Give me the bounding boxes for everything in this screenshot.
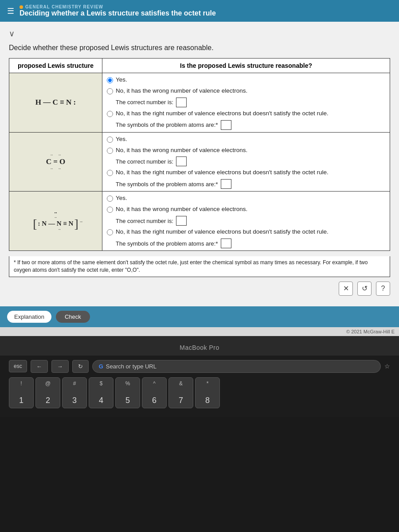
key-8[interactable]: * 8 [195,377,220,408]
clear-button[interactable]: ✕ [339,282,353,296]
n2n-structure-cell: ·· [ ·· : N — N ≡ N ·· ]− [9,192,102,251]
keyboard-area: esc ← → ↻ G Search or type URL ☆ ! 1 @ 2… [0,356,399,417]
hcn-problem-atoms-input[interactable] [221,120,231,130]
esc-key[interactable]: esc [9,360,27,372]
google-icon: G [99,363,103,370]
bottom-bar: Explanation Check [0,306,399,327]
n2n-structure: ·· [ ·· : N — N ≡ N ·· ]− [14,210,98,232]
n2n-option-octet-rule[interactable]: No, it has the right number of valence e… [107,227,385,237]
hcn-correct-number-row: The correct number is: [107,97,385,108]
co-correct-number-row: The correct number is: [107,156,385,167]
n2n-wrong-electrons-label: No, it has the wrong number of valence e… [116,205,247,214]
menu-icon[interactable]: ☰ [7,6,14,16]
hcn-correct-number-label: The correct number is: [116,99,173,106]
undo-button[interactable]: ↺ [357,282,372,296]
n2n-bracket-left: [ [33,217,37,231]
hcn-option-octet-rule[interactable]: No, it has the right number of valence e… [107,109,385,119]
macbook-label: MacBook Pro [180,344,219,351]
co-option-octet-rule[interactable]: No, it has the right number of valence e… [107,168,385,178]
main-content: ∨ Decide whether these proposed Lewis st… [0,22,399,306]
n2n-yes-label: Yes. [116,194,127,203]
bookmark-icon[interactable]: ☆ [384,363,390,370]
hcn-option-wrong-electrons[interactable]: No, it has the wrong number of valence e… [107,86,385,96]
hcn-structure-cell: H — C ≡ N : [9,73,102,133]
co-structure: ···· C = O ···· [14,153,98,171]
n2n-octet-label: No, it has the right number of valence e… [116,228,329,236]
chevron-bar[interactable]: ∨ [9,29,390,39]
n2n-options: Yes. No, it has the wrong number of vale… [107,193,385,249]
col2-header: Is the proposed Lewis structure reasonab… [102,59,390,73]
action-buttons-row: ✕ ↺ ? [9,277,390,297]
explanation-button[interactable]: Explanation [7,311,51,323]
key-5[interactable]: % 5 [115,377,140,408]
co-correct-number-input[interactable] [176,156,187,166]
co-problem-atoms-label: The symbols of the problem atoms are:* [116,181,218,188]
arrow-left-key[interactable]: ← [31,360,48,373]
n2n-option-yes[interactable]: Yes. [107,193,385,203]
co-structure-cell: ···· C = O ···· [9,132,102,192]
n2n-options-cell: Yes. No, it has the wrong number of vale… [102,192,390,251]
n2n-option-wrong-electrons[interactable]: No, it has the wrong number of valence e… [107,204,385,215]
n2n-correct-number-row: The correct number is: [107,215,385,226]
lewis-table: proposed Lewis structure Is the proposed… [9,58,390,251]
hcn-problem-atoms-row: The symbols of the problem atoms are:* [107,120,385,130]
copyright-bar: © 2021 McGraw-Hill E [0,327,399,336]
hcn-correct-number-input[interactable] [176,98,187,107]
key-2[interactable]: @ 2 [35,377,60,408]
key-6[interactable]: ^ 6 [142,377,167,408]
co-problem-atoms-row: The symbols of the problem atoms are:* [107,179,385,189]
address-bar-text: Search or type URL [106,363,156,370]
n2n-problem-atoms-row: The symbols of the problem atoms are:* [107,238,385,249]
footnote: * If two or more atoms of the same eleme… [9,256,390,277]
header-dot [20,5,23,9]
n2n-problem-atoms-input[interactable] [221,239,231,248]
hcn-options: Yes. No, it has the wrong number of vale… [107,75,385,130]
col1-header: proposed Lewis structure [9,59,102,73]
hcn-structure: H — C ≡ N : [14,98,98,107]
co-options: Yes. No, it has the wrong number of vale… [107,134,385,190]
keyboard-top-row: esc ← → ↻ G Search or type URL ☆ [9,360,390,373]
co-problem-atoms-input[interactable] [221,179,231,189]
co-option-wrong-electrons[interactable]: No, it has the wrong number of valence e… [107,145,385,156]
n2n-correct-number-label: The correct number is: [116,218,173,224]
n2n-correct-number-input[interactable] [176,216,187,226]
key-7[interactable]: & 7 [168,377,193,408]
hcn-octet-label: No, it has the right number of valence e… [116,110,329,118]
table-row: H — C ≡ N : Yes. No, it has the wrong nu… [9,73,390,133]
key-1[interactable]: ! 1 [9,377,34,408]
address-bar[interactable]: G Search or type URL [92,360,381,373]
co-yes-label: Yes. [116,135,127,144]
co-wrong-electrons-label: No, it has the wrong number of valence e… [116,146,247,155]
refresh-key[interactable]: ↻ [72,360,89,373]
co-dots-above: ···· [46,153,66,157]
keyboard-num-row: ! 1 @ 2 # 3 $ 4 % 5 ^ 6 & 7 * 8 [9,377,390,408]
macbook-area: MacBook Pro [0,336,399,356]
hcn-problem-atoms-label: The symbols of the problem atoms are:* [116,121,218,128]
table-row: ···· C = O ···· [9,132,390,192]
chevron-down-icon[interactable]: ∨ [9,29,15,38]
co-option-yes[interactable]: Yes. [107,134,385,145]
hcn-wrong-electrons-label: No, it has the wrong number of valence e… [116,87,247,95]
co-correct-number-label: The correct number is: [116,158,173,165]
header-category: GENERAL CHEMISTRY REVIEW [20,4,216,9]
header-text-block: GENERAL CHEMISTRY REVIEW Deciding whethe… [20,4,216,17]
help-button[interactable]: ? [376,282,390,296]
arrow-right-key[interactable]: → [51,360,69,373]
co-options-cell: Yes. No, it has the wrong number of vale… [102,132,390,192]
hcn-yes-label: Yes. [116,76,127,84]
hcn-option-yes[interactable]: Yes. [107,75,385,85]
co-dots-below: ···· [46,166,66,171]
n2n-problem-atoms-label: The symbols of the problem atoms are:* [116,240,218,247]
key-3[interactable]: # 3 [62,377,87,408]
key-4[interactable]: $ 4 [89,377,113,408]
table-row: ·· [ ·· : N — N ≡ N ·· ]− [9,192,390,251]
check-button[interactable]: Check [56,311,90,323]
header-title: Deciding whether a Lewis structure satis… [20,9,216,17]
co-octet-label: No, it has the right number of valence e… [116,168,329,177]
n2n-bracket-right: ]− [74,217,78,231]
app-header: ☰ GENERAL CHEMISTRY REVIEW Deciding whet… [0,0,399,22]
question-title: Decide whether these proposed Lewis stru… [9,44,390,52]
hcn-options-cell: Yes. No, it has the wrong number of vale… [102,73,390,133]
